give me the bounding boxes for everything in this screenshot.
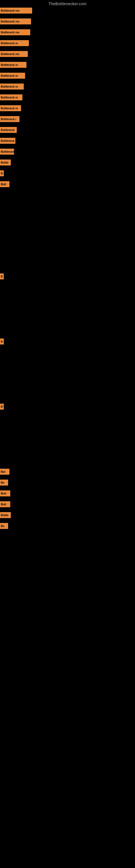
bar-item: Bottleneck re xyxy=(0,73,25,79)
bar-item: Bottleneck xyxy=(0,149,14,155)
bottleneck-bar: B xyxy=(0,273,4,279)
bar-item: Bottleneck res xyxy=(0,51,28,57)
bottleneck-bar: Bottleneck re xyxy=(0,84,24,90)
bar-item: Bottleneck re xyxy=(0,62,27,68)
bar-item: Bottleneck re xyxy=(0,94,22,100)
bar-item: Bottleneck res xyxy=(0,19,31,24)
bar-item: B xyxy=(0,404,4,410)
bottleneck-bar: Bott xyxy=(0,501,10,507)
bottleneck-bar: Bottleneck res xyxy=(0,19,31,24)
bar-item: Bottleneck re xyxy=(0,105,21,111)
bar-item: Bottleneck res xyxy=(0,8,32,13)
bottleneck-bar: Bottle xyxy=(0,159,11,165)
bottleneck-bar: Bottleneck re xyxy=(0,40,29,46)
bottleneck-bar: B xyxy=(0,339,4,344)
bar-item: Bott xyxy=(0,501,10,507)
bar-item: Bottleneck xyxy=(0,138,15,144)
bar-item: Bottle xyxy=(0,512,11,518)
bottleneck-bar: Bottleneck re xyxy=(0,94,22,100)
bar-item: Bottleneck res xyxy=(0,29,30,35)
bottleneck-bar: Bott xyxy=(0,490,10,496)
bar-item: Bottleneck re xyxy=(0,40,29,46)
bottleneck-bar: Bottleneck xyxy=(0,127,17,133)
bar-item: Bo xyxy=(0,479,8,486)
bottleneck-bar: Bo xyxy=(0,479,8,486)
bottleneck-bar: Bottleneck res xyxy=(0,51,28,57)
bottleneck-bar: Bott xyxy=(0,181,9,187)
bar-item: Bott xyxy=(0,490,10,496)
bottleneck-bar: Bottleneck xyxy=(0,138,15,144)
bottleneck-bar: Bottle xyxy=(0,512,11,518)
bar-item: Bottle xyxy=(0,159,11,165)
bar-item: Bottleneck xyxy=(0,127,17,133)
bar-item: Bo xyxy=(0,523,8,529)
bottleneck-bar: Bottleneck re xyxy=(0,62,27,68)
bottleneck-bar: Bottleneck re xyxy=(0,105,21,111)
bar-item: Bottleneck r xyxy=(0,116,19,122)
bottleneck-bar: B xyxy=(0,404,4,410)
bar-item: Bott xyxy=(0,181,9,187)
bottleneck-bar: Bottleneck re xyxy=(0,73,25,79)
bar-item: Bot xyxy=(0,469,9,475)
bar-item: Bottleneck re xyxy=(0,84,24,90)
bottleneck-bar: Bottleneck r xyxy=(0,116,19,122)
bottleneck-bar: Bo xyxy=(0,523,8,529)
bar-item: B xyxy=(0,339,4,344)
site-title: TheBottlenecker.com xyxy=(0,0,135,7)
bottleneck-bar: Bottleneck res xyxy=(0,29,30,35)
bar-item: B xyxy=(0,273,4,279)
bottleneck-bar: Bottleneck xyxy=(0,149,14,155)
bottleneck-bar: Bot xyxy=(0,469,9,475)
bar-item: B xyxy=(0,170,4,176)
bottleneck-bar: B xyxy=(0,170,4,176)
bottleneck-bar: Bottleneck res xyxy=(0,8,32,13)
